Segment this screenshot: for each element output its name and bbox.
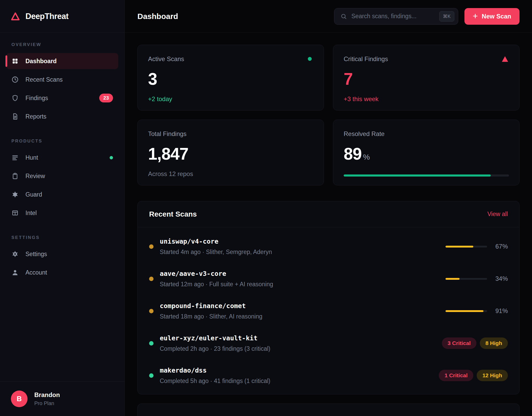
stat-delta: +2 today: [148, 95, 313, 103]
sidebar-item-settings[interactable]: Settings: [6, 246, 118, 262]
high-badge: 8 High: [480, 337, 508, 349]
stat-label: Active Scans: [148, 55, 313, 63]
sidebar-item-hunt[interactable]: Hunt: [6, 150, 118, 166]
brand-logo: DeepThreat: [0, 0, 124, 33]
scan-row-aave[interactable]: aave/aave-v3-core Started 12m ago · Full…: [138, 263, 519, 295]
scan-progressbar: [445, 310, 487, 312]
sidebar-item-label: Recent Scans: [25, 76, 63, 83]
alert-triangle-icon: [502, 56, 508, 62]
scan-progressbar: [445, 246, 487, 248]
stat-card-active-scans: Active Scans 3 +2 today: [137, 45, 324, 110]
grid-icon: [11, 57, 19, 65]
critical-badge: 3 Critical: [442, 337, 476, 349]
stat-label: Resolved Rate: [344, 130, 509, 138]
recent-scans-panel: Recent Scans View all uniswap/v4-core St…: [137, 201, 520, 394]
scan-row-makerdao[interactable]: makerdao/dss Completed 5h ago · 41 findi…: [138, 359, 519, 392]
scan-repo-name: uniswap/v4-core: [160, 238, 439, 245]
scan-meta: Completed 2h ago · 23 findings (3 critic…: [160, 345, 436, 352]
user-profile[interactable]: B Brandon Pro Plan: [0, 381, 124, 416]
resolved-rate-progress-fill: [344, 174, 491, 177]
next-panel-partial: [137, 404, 520, 416]
sidebar: DeepThreat OVERVIEW Dashboard Recent Sca…: [0, 0, 125, 416]
sidebar-item-account[interactable]: Account: [6, 264, 118, 281]
sidebar-item-label: Dashboard: [25, 58, 57, 65]
stat-value: 1,847: [148, 144, 313, 164]
scan-meta: Completed 5h ago · 41 findings (1 critic…: [160, 378, 433, 385]
scan-row-compound[interactable]: compound-finance/comet Started 18m ago ·…: [138, 295, 519, 327]
sidebar-item-recent-scans[interactable]: Recent Scans: [6, 72, 118, 88]
panel-title: Recent Scans: [149, 210, 197, 218]
avatar: B: [11, 391, 28, 407]
scan-progress-fill: [445, 278, 460, 280]
dashboard-content: Active Scans 3 +2 today Critical Finding…: [125, 33, 532, 416]
recent-scans-header: Recent Scans View all: [138, 201, 519, 227]
scan-meta: Started 12m ago · Full suite + AI reason…: [160, 281, 439, 288]
stats-grid-row-2: Total Findings 1,847 Across 12 repos Res…: [137, 120, 520, 185]
burst-icon: [11, 191, 19, 198]
search-box: ⌘K: [334, 8, 458, 25]
scan-status-dot-running: [149, 309, 154, 313]
scan-progress-fill: [445, 310, 483, 312]
scan-repo-name: aave/aave-v3-core: [160, 270, 439, 277]
triangle-logo-icon: [11, 12, 20, 21]
search-input[interactable]: [351, 13, 435, 20]
user-icon: [11, 269, 19, 276]
stat-card-resolved-rate: Resolved Rate 89%: [333, 120, 520, 185]
scan-row-euler[interactable]: euler-xyz/euler-vault-kit Completed 2h a…: [138, 327, 519, 359]
percent-suffix: %: [363, 153, 370, 161]
sidebar-item-review[interactable]: Review: [6, 168, 118, 184]
new-scan-button[interactable]: + New Scan: [464, 8, 520, 25]
sidebar-item-dashboard[interactable]: Dashboard: [6, 53, 118, 69]
stat-label: Critical Findings: [344, 55, 509, 63]
document-icon: [11, 113, 19, 120]
stat-value: 7: [344, 69, 509, 89]
critical-badge: 1 Critical: [439, 370, 473, 381]
sidebar-item-intel[interactable]: Intel: [6, 205, 118, 221]
search-icon: [341, 13, 347, 20]
scan-status-dot-completed: [149, 373, 154, 378]
scan-meta: Started 18m ago · Slither, AI reasoning: [160, 313, 439, 320]
live-status-dot-icon: [308, 57, 312, 61]
stat-card-total-findings: Total Findings 1,847 Across 12 repos: [137, 120, 324, 185]
active-indicator-bar: [5, 55, 7, 67]
page-title: Dashboard: [137, 12, 178, 21]
view-all-link[interactable]: View all: [487, 211, 508, 218]
sidebar-item-label: Guard: [25, 191, 42, 198]
sidebar-item-label: Intel: [25, 210, 37, 217]
findings-count-badge: 23: [99, 94, 113, 102]
scan-status-dot-running: [149, 244, 154, 249]
clock-icon: [11, 76, 19, 83]
sidebar-item-label: Account: [25, 269, 47, 276]
section-label-settings: SETTINGS: [6, 235, 118, 240]
scan-progress-percent: 91%: [493, 307, 508, 315]
sidebar-item-reports[interactable]: Reports: [6, 108, 118, 125]
stat-value: 3: [148, 69, 313, 89]
sidebar-item-label: Settings: [25, 251, 47, 258]
clipboard-icon: [11, 172, 19, 180]
stats-grid-row-1: Active Scans 3 +2 today Critical Finding…: [137, 45, 520, 110]
high-badge: 12 High: [477, 370, 508, 381]
stat-label: Total Findings: [148, 130, 313, 138]
sidebar-item-findings[interactable]: Findings 23: [6, 90, 118, 106]
table-icon: [11, 209, 19, 217]
scan-progress-fill: [445, 246, 473, 248]
stat-card-critical-findings: Critical Findings 7 +3 this week: [333, 45, 520, 110]
section-label-overview: OVERVIEW: [6, 42, 118, 47]
lines-icon: [11, 154, 19, 161]
scan-meta: Started 4m ago · Slither, Semgrep, Adery…: [160, 249, 439, 256]
scan-progress-percent: 67%: [493, 243, 508, 250]
scan-repo-name: euler-xyz/euler-vault-kit: [160, 334, 436, 342]
scan-repo-name: compound-finance/comet: [160, 302, 439, 310]
scan-list: uniswap/v4-core Started 4m ago · Slither…: [138, 227, 519, 394]
hunt-status-dot: [110, 156, 113, 159]
scan-progress-percent: 34%: [493, 275, 508, 282]
brand-name: DeepThreat: [25, 12, 69, 21]
sidebar-item-guard[interactable]: Guard: [6, 186, 118, 203]
scan-repo-name: makerdao/dss: [160, 367, 433, 374]
user-plan: Pro Plan: [34, 400, 60, 406]
scan-row-uniswap[interactable]: uniswap/v4-core Started 4m ago · Slither…: [138, 230, 519, 263]
sidebar-item-label: Findings: [25, 95, 48, 102]
shield-icon: [11, 94, 19, 102]
section-label-products: PRODUCTS: [6, 139, 118, 144]
user-name: Brandon: [34, 391, 60, 399]
